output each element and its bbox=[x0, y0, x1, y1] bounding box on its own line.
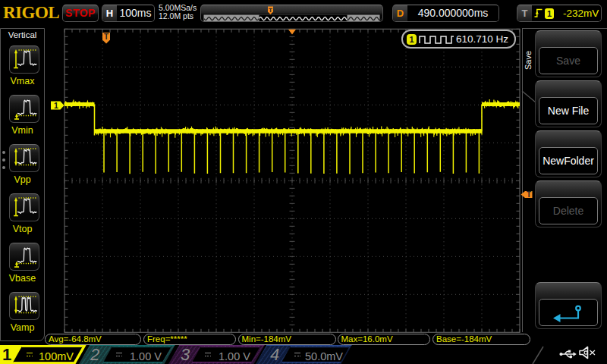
svg-text:T: T bbox=[269, 7, 272, 14]
svg-text:T: T bbox=[527, 190, 531, 199]
svg-text:1: 1 bbox=[54, 101, 58, 110]
svg-text:T: T bbox=[104, 33, 109, 41]
